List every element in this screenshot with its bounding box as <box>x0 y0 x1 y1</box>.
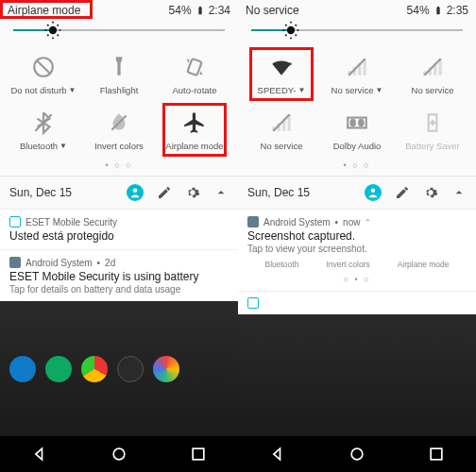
status-right: 54% 2:35 <box>407 4 468 17</box>
tile-battery-saver[interactable]: Battery Saver <box>395 110 470 151</box>
tile-no-service-3[interactable]: No service <box>244 110 319 151</box>
tile-auto-rotate[interactable]: Auto-rotate <box>157 55 232 95</box>
brightness-slider[interactable] <box>251 21 463 40</box>
page-dots: • ○ ○ <box>238 159 476 176</box>
svg-point-35 <box>371 189 376 194</box>
collapse-icon[interactable]: ⌃ <box>365 218 371 227</box>
svg-point-14 <box>133 189 138 194</box>
footer-date: Sun, Dec 15 <box>247 186 355 199</box>
flashlight-icon <box>107 55 131 79</box>
brightness-slider-row <box>238 21 476 47</box>
qs-footer: Sun, Dec 15 <box>0 177 238 209</box>
navbar <box>238 436 476 472</box>
svg-line-27 <box>424 59 440 75</box>
airplane-icon <box>182 110 207 135</box>
app-row <box>238 314 476 436</box>
navbar <box>0 436 238 472</box>
tile-grid: SPEEDY-▼ No service▼ No service No servi… <box>238 47 476 159</box>
status-bar: No service 54% 2:35 <box>238 0 476 21</box>
nav-recent-icon[interactable] <box>189 445 208 464</box>
svg-line-25 <box>296 25 297 25</box>
nav-home-icon[interactable] <box>348 445 366 464</box>
notif-collapsed[interactable] <box>238 291 476 314</box>
app-messages-icon[interactable] <box>45 356 72 382</box>
bluetooth-icon <box>31 110 56 135</box>
tile-flashlight[interactable]: Flashlight <box>81 55 157 95</box>
tile-no-service-2[interactable]: No service <box>395 55 470 95</box>
svg-line-5 <box>47 25 48 25</box>
user-icon[interactable] <box>127 184 144 201</box>
battery-icon <box>196 4 205 17</box>
svg-line-7 <box>47 35 48 36</box>
android-system-icon <box>247 216 259 228</box>
nav-home-icon[interactable] <box>110 445 128 464</box>
tile-do-not-disturb[interactable]: Do not disturb▼ <box>6 55 81 95</box>
svg-point-0 <box>49 26 57 34</box>
tile-wifi[interactable]: SPEEDY-▼ <box>244 55 319 95</box>
svg-point-17 <box>287 26 295 34</box>
app-phone-icon[interactable] <box>9 356 36 382</box>
notif-android-system[interactable]: Android System•2d ESET Mobile Security i… <box>0 249 238 301</box>
app-chrome-icon[interactable] <box>81 356 108 382</box>
svg-line-8 <box>58 25 59 25</box>
tile-dolby[interactable]: Dolby Audio <box>319 110 395 151</box>
svg-line-10 <box>36 59 50 74</box>
page-dots: • ○ ○ <box>0 159 238 176</box>
svg-line-6 <box>58 35 59 36</box>
invert-colors-icon <box>107 110 131 135</box>
app-photos-icon[interactable] <box>153 356 179 382</box>
expand-icon[interactable] <box>451 185 467 200</box>
status-right: 54% 2:34 <box>169 4 230 17</box>
nav-recent-icon[interactable] <box>427 445 446 464</box>
footer-date: Sun, Dec 15 <box>9 186 117 199</box>
svg-point-15 <box>113 448 125 460</box>
svg-line-26 <box>348 59 365 75</box>
dolby-icon <box>345 110 369 135</box>
qs-footer: Sun, Dec 15 <box>238 177 476 209</box>
auto-rotate-icon <box>182 55 207 79</box>
tile-bluetooth[interactable]: Bluetooth▼ <box>6 110 81 151</box>
app-unknown-icon[interactable] <box>117 356 144 382</box>
wifi-icon <box>269 55 294 79</box>
do-not-disturb-icon <box>31 55 56 79</box>
eset-app-icon <box>247 297 259 309</box>
android-system-icon <box>9 257 21 268</box>
status-left-text: No service <box>246 4 299 17</box>
battery-saver-icon <box>420 110 445 135</box>
edit-icon[interactable] <box>157 185 172 200</box>
brightness-slider[interactable] <box>13 21 225 40</box>
mini-dots: ○ • ○ <box>247 275 467 284</box>
svg-point-36 <box>351 448 363 460</box>
svg-point-30 <box>349 119 356 127</box>
nav-back-icon[interactable] <box>30 445 49 464</box>
tile-no-service-1[interactable]: No service▼ <box>319 55 395 95</box>
status-bar: Airplane mode 54% 2:34 <box>0 0 238 21</box>
phone-left: Airplane mode 54% 2:34 Do not disturb▼ F… <box>0 0 238 472</box>
user-icon[interactable] <box>365 184 382 201</box>
status-left-text: Airplane mode <box>8 4 80 17</box>
svg-line-22 <box>285 25 286 25</box>
eset-app-icon <box>9 216 21 228</box>
tile-grid: Do not disturb▼ Flashlight Auto-rotate B… <box>0 47 238 159</box>
gear-icon[interactable] <box>423 185 438 200</box>
tile-airplane-mode[interactable]: Airplane mode <box>157 110 232 151</box>
svg-rect-16 <box>193 448 204 460</box>
notif-eset[interactable]: ESET Mobile Security Usted está protegid… <box>0 209 238 249</box>
tile-invert-colors[interactable]: Invert colors <box>81 110 157 151</box>
svg-point-31 <box>358 119 365 127</box>
svg-rect-11 <box>187 59 201 76</box>
svg-line-28 <box>273 114 289 130</box>
notif-screenshot[interactable]: Android System•now⌃ Screenshot captured.… <box>238 209 476 291</box>
edit-icon[interactable] <box>395 185 410 200</box>
svg-line-23 <box>296 35 297 36</box>
signal-icon <box>345 55 369 79</box>
svg-line-24 <box>285 35 286 36</box>
gear-icon[interactable] <box>185 185 200 200</box>
phone-right: No service 54% 2:35 SPEEDY-▼ No service▼… <box>238 0 476 472</box>
screenshot-preview-tiles: Bluetooth Invert colors Airplane mode <box>247 254 467 275</box>
nav-back-icon[interactable] <box>268 445 287 464</box>
brightness-slider-row <box>0 21 238 47</box>
expand-icon[interactable] <box>213 185 229 200</box>
svg-rect-37 <box>431 448 442 460</box>
brightness-icon <box>43 21 62 40</box>
